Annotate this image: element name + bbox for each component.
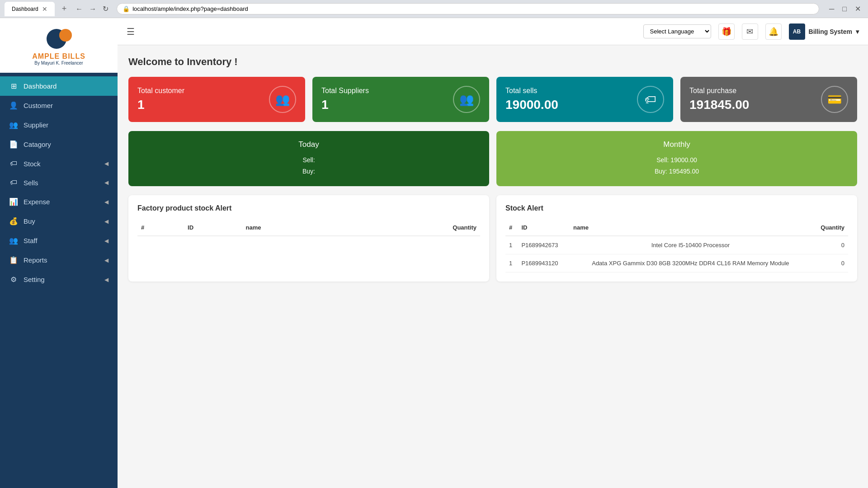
factory-stock-alert-card: Factory product stock Alert # ID name Qu…: [128, 195, 489, 282]
dashboard-label: Dashboard: [24, 82, 108, 90]
minimize-button[interactable]: ─: [826, 4, 837, 14]
svg-point-2: [50, 37, 59, 46]
svg-point-1: [59, 29, 72, 42]
reports-icon: 📋: [9, 256, 18, 264]
gift-icon-button[interactable]: 🎁: [718, 23, 735, 40]
sidebar-item-sells[interactable]: 🏷 Sells ◀: [0, 173, 118, 192]
sidebar-item-expense[interactable]: 📊 Expense ◀: [0, 192, 118, 211]
browser-tab[interactable]: Dashboard ✕: [5, 2, 55, 16]
staff-arrow: ◀: [104, 238, 108, 244]
mail-icon-button[interactable]: ✉: [742, 23, 758, 40]
stock-icon: 🏷: [9, 160, 18, 168]
topbar: ☰ Select LanguageEnglishSpanishFrench 🎁 …: [118, 18, 868, 45]
stat-card-2: Total sells 19000.00 🏷: [496, 77, 673, 122]
stock-label: Stock: [24, 160, 99, 168]
sidebar-item-dashboard[interactable]: ⊞ Dashboard: [0, 76, 118, 96]
stock-col-qty: Quantity: [811, 220, 848, 236]
sidebar: AMPLE BILLS By Mayuri K. Freelancer ⊞ Da…: [0, 18, 118, 488]
stat-value-1: 1: [321, 98, 369, 112]
monthly-card: Monthly Sell: 19000.00 Buy: 195495.00: [496, 131, 857, 186]
tab-close-button[interactable]: ✕: [42, 5, 47, 13]
menu-toggle-button[interactable]: ☰: [127, 26, 135, 37]
sidebar-item-buy[interactable]: 💰 Buy ◀: [0, 211, 118, 231]
factory-col-name: name: [242, 220, 343, 236]
maximize-button[interactable]: □: [840, 4, 849, 14]
stat-value-0: 1: [137, 98, 184, 112]
monthly-buy: Buy: 195495.00: [505, 166, 848, 177]
stock-arrow: ◀: [104, 160, 108, 167]
reports-label: Reports: [24, 256, 99, 264]
staff-label: Staff: [24, 237, 99, 244]
new-tab-button[interactable]: +: [58, 2, 71, 15]
forward-button[interactable]: →: [87, 4, 98, 14]
sidebar-item-stock[interactable]: 🏷 Stock ◀: [0, 154, 118, 173]
row-id: P1689943120: [518, 254, 570, 272]
sidebar-item-customer[interactable]: 👤 Customer: [0, 96, 118, 115]
page-title: Welcome to Inventory !: [128, 56, 857, 68]
stat-card-3: Total purchase 191845.00 💳: [680, 77, 857, 122]
customer-label: Customer: [24, 102, 108, 109]
today-sell: Sell:: [137, 155, 480, 166]
monthly-sell: Sell: 19000.00: [505, 155, 848, 166]
sidebar-item-reports[interactable]: 📋 Reports ◀: [0, 250, 118, 270]
today-buy: Buy:: [137, 166, 480, 177]
stat-value-2: 19000.00: [505, 98, 558, 112]
browser-chrome: Dashboard ✕ + ← → ↻ 🔒 ─ □ ✕: [0, 0, 868, 18]
factory-stock-header: # ID name Quantity: [137, 220, 480, 236]
today-card: Today Sell: Buy:: [128, 131, 489, 186]
language-select[interactable]: Select LanguageEnglishSpanishFrench: [643, 24, 711, 38]
window-controls: ─ □ ✕: [826, 4, 863, 14]
main-area: ☰ Select LanguageEnglishSpanishFrench 🎁 …: [118, 18, 868, 488]
user-avatar: AB: [789, 23, 805, 40]
sidebar-item-staff[interactable]: 👥 Staff ◀: [0, 231, 118, 250]
row-name: Intel Core I5-10400 Processor: [570, 236, 811, 254]
close-button[interactable]: ✕: [852, 4, 863, 14]
category-label: Catagory: [24, 141, 108, 148]
sidebar-item-category[interactable]: 📄 Catagory: [0, 135, 118, 154]
row-qty: 0: [811, 254, 848, 272]
sells-label: Sells: [24, 179, 99, 187]
factory-stock-table: # ID name Quantity: [137, 220, 480, 236]
user-dropdown-arrow[interactable]: ▾: [856, 28, 859, 35]
stock-alert-title: Stock Alert: [505, 204, 848, 212]
refresh-button[interactable]: ↻: [101, 4, 110, 14]
setting-icon: ⚙: [9, 275, 18, 284]
sells-arrow: ◀: [104, 179, 108, 186]
stock-alert-row-1: 1 P1689943120 Adata XPG Gammix D30 8GB 3…: [505, 254, 848, 272]
sidebar-item-supplier[interactable]: 👥 Supplier: [0, 115, 118, 135]
lock-icon: 🔒: [123, 5, 130, 12]
dashboard-icon: ⊞: [9, 82, 18, 90]
stat-cards-grid: Total customer 1 👥 Total Suppliers 1 👥 T…: [128, 77, 857, 122]
stat-card-0: Total customer 1 👥: [128, 77, 305, 122]
back-button[interactable]: ←: [74, 4, 85, 14]
stock-alert-body: 1 P1689942673 Intel Core I5-10400 Proces…: [505, 236, 848, 272]
tab-title: Dashboard: [12, 6, 38, 12]
stat-value-3: 191845.00: [689, 98, 749, 112]
sidebar-nav: ⊞ Dashboard 👤 Customer 👥 Supplier 📄 Cata…: [0, 73, 118, 488]
sidebar-item-setting[interactable]: ⚙ Setting ◀: [0, 270, 118, 289]
sells-icon: 🏷: [9, 178, 18, 187]
supplier-label: Supplier: [24, 121, 108, 129]
category-icon: 📄: [9, 140, 18, 149]
supplier-icon: 👥: [9, 121, 18, 129]
logo-text: AMPLE BILLS: [32, 52, 85, 61]
user-profile-button[interactable]: AB Billing System ▾: [789, 23, 859, 40]
stat-icon-0: 👥: [269, 86, 296, 113]
logo-sub: By Mayuri K. Freelancer: [34, 61, 83, 66]
url-input[interactable]: [132, 5, 813, 12]
stock-alert-card: Stock Alert # ID name Quantity 1 P1: [496, 195, 857, 282]
row-name: Adata XPG Gammix D30 8GB 3200MHz DDR4 CL…: [570, 254, 811, 272]
expense-arrow: ◀: [104, 199, 108, 205]
app: AMPLE BILLS By Mayuri K. Freelancer ⊞ Da…: [0, 18, 868, 488]
address-bar[interactable]: 🔒: [117, 3, 819, 14]
sidebar-logo: AMPLE BILLS By Mayuri K. Freelancer: [0, 18, 118, 73]
stat-info-0: Total customer 1: [137, 87, 184, 112]
bell-icon-button[interactable]: 🔔: [765, 23, 782, 40]
monthly-title: Monthly: [505, 140, 848, 149]
staff-icon: 👥: [9, 236, 18, 245]
expense-label: Expense: [24, 198, 99, 206]
stat-label-2: Total sells: [505, 87, 558, 95]
factory-col-id: ID: [184, 220, 242, 236]
row-qty: 0: [811, 236, 848, 254]
summary-row: Today Sell: Buy: Monthly: [128, 131, 857, 186]
